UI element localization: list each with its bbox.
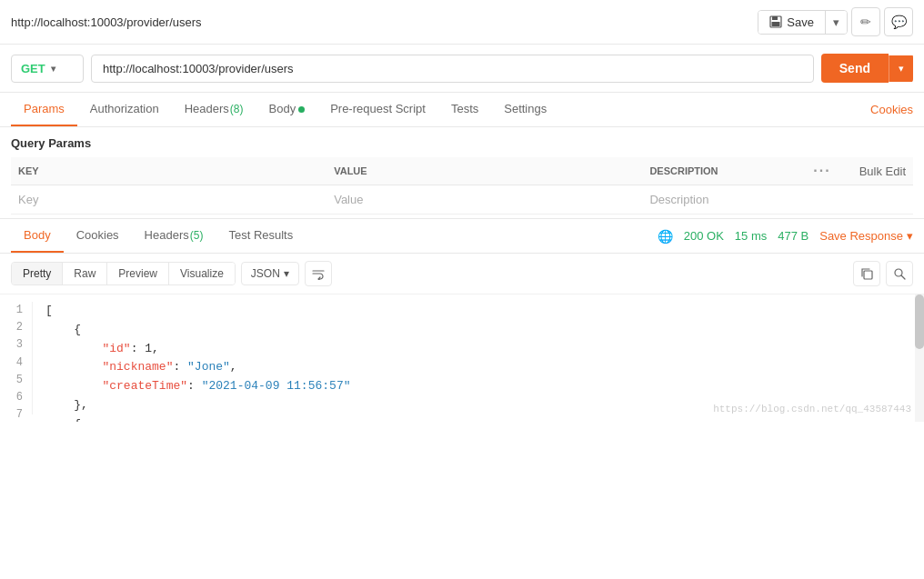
line-num-3: 3	[9, 336, 23, 354]
response-section: Body Cookies Headers(5) Test Results 🌐 2…	[0, 219, 924, 422]
table-row: Key Value Description	[11, 185, 913, 215]
line-num-7: 7	[9, 406, 23, 422]
globe-icon: 🌐	[658, 229, 673, 244]
line-num-2: 2	[9, 319, 23, 336]
tab-settings[interactable]: Settings	[491, 93, 559, 126]
save-icon	[769, 15, 782, 28]
code-line-3: "id": 1,	[45, 340, 911, 359]
status-time: 15 ms	[735, 229, 767, 243]
wrap-button[interactable]	[305, 261, 332, 286]
wrap-icon	[312, 267, 325, 280]
bulk-cell	[840, 185, 913, 215]
code-line-5: "createTime": "2021-04-09 11:56:57"	[45, 377, 911, 396]
line-num-6: 6	[9, 389, 23, 406]
code-line-2: {	[45, 321, 911, 340]
request-tabs-bar: Params Authorization Headers(8) Body Pre…	[0, 93, 924, 127]
send-button[interactable]: Send	[821, 54, 889, 83]
value-cell[interactable]: Value	[326, 185, 642, 215]
line-num-4: 4	[9, 354, 23, 372]
save-button-group: Save ▾	[758, 10, 848, 35]
tab-body[interactable]: Body	[256, 93, 318, 126]
response-tabs-bar: Body Cookies Headers(5) Test Results 🌐 2…	[0, 219, 924, 254]
format-btn-preview[interactable]: Preview	[107, 263, 169, 285]
response-tab-cookies[interactable]: Cookies	[64, 219, 132, 253]
save-response-chevron-icon: ▾	[907, 229, 913, 243]
search-icon	[893, 267, 906, 280]
svg-rect-2	[772, 22, 780, 26]
svg-rect-3	[864, 271, 872, 279]
response-status-bar: 🌐 200 OK 15 ms 477 B Save Response ▾	[658, 229, 913, 244]
status-ok: 200 OK	[684, 229, 724, 243]
scrollbar-thumb[interactable]	[915, 294, 924, 349]
watermark: https://blog.csdn.net/qq_43587443	[713, 402, 911, 418]
tab-prerequest[interactable]: Pre-request Script	[317, 93, 438, 126]
tab-tests[interactable]: Tests	[438, 93, 491, 126]
top-actions: Save ▾ ✏ 💬	[758, 7, 913, 36]
format-btn-pretty[interactable]: Pretty	[12, 263, 63, 285]
svg-line-5	[901, 275, 905, 279]
params-table: KEY VALUE DESCRIPTION ··· Bulk Edit Key …	[11, 157, 913, 215]
send-chevron-button[interactable]: ▾	[889, 55, 913, 82]
code-line-1: [	[45, 302, 911, 321]
line-numbers: 1 2 3 4 5 6 7	[0, 302, 33, 414]
col-desc-header: DESCRIPTION	[642, 157, 804, 185]
line-num-1: 1	[9, 302, 23, 319]
query-params-section: Query Params KEY VALUE DESCRIPTION ··· B…	[0, 127, 924, 218]
copy-button[interactable]	[853, 261, 880, 286]
json-type-select[interactable]: JSON ▾	[241, 262, 299, 285]
top-bar: http://localhost:10003/provider/users Sa…	[0, 0, 924, 45]
key-cell[interactable]: Key	[11, 185, 326, 215]
status-size: 477 B	[778, 229, 808, 243]
response-tab-body[interactable]: Body	[11, 219, 64, 253]
response-tab-test-results[interactable]: Test Results	[216, 219, 306, 253]
col-bulk-header: Bulk Edit	[840, 157, 913, 185]
top-url-display: http://localhost:10003/provider/users	[11, 15, 750, 29]
tab-authorization[interactable]: Authorization	[77, 93, 172, 126]
scrollbar-track[interactable]	[915, 294, 924, 422]
code-area: 1 2 3 4 5 6 7 [ { "id": 1, "nickname": "…	[0, 294, 924, 422]
tab-params[interactable]: Params	[11, 93, 77, 126]
more-icon: ···	[813, 163, 830, 178]
method-chevron-icon: ▾	[51, 64, 55, 74]
format-btn-visualize[interactable]: Visualize	[169, 263, 235, 285]
save-chevron-button[interactable]: ▾	[825, 11, 847, 34]
line-num-5: 5	[9, 372, 23, 389]
col-actions-header: ···	[804, 157, 840, 185]
method-select[interactable]: GET ▾	[11, 55, 84, 83]
response-tab-headers[interactable]: Headers(5)	[132, 219, 216, 253]
desc-cell[interactable]: Description	[642, 185, 804, 215]
body-dot	[298, 106, 305, 113]
query-params-title: Query Params	[11, 136, 913, 150]
svg-rect-1	[772, 16, 778, 20]
tab-headers[interactable]: Headers(8)	[172, 93, 256, 126]
save-response-button[interactable]: Save Response ▾	[819, 229, 913, 243]
format-bar: Pretty Raw Preview Visualize JSON ▾	[0, 254, 924, 294]
search-button[interactable]	[886, 261, 913, 286]
edit-icon-button[interactable]: ✏	[851, 7, 880, 36]
copy-icon	[860, 267, 873, 280]
actions-cell	[804, 185, 840, 215]
comment-icon-button[interactable]: 💬	[884, 7, 913, 36]
code-line-4: "nickname": "Jone",	[45, 358, 911, 377]
format-button-group: Pretty Raw Preview Visualize	[11, 262, 236, 285]
request-bar: GET ▾ Send ▾	[0, 45, 924, 93]
col-value-header: VALUE	[326, 157, 642, 185]
url-input[interactable]	[91, 55, 814, 83]
format-right-actions	[853, 261, 913, 286]
send-button-group: Send ▾	[821, 54, 913, 83]
cookies-link[interactable]: Cookies	[870, 103, 913, 116]
save-button[interactable]: Save	[758, 11, 825, 34]
code-content: [ { "id": 1, "nickname": "Jone", "create…	[33, 302, 924, 414]
col-key-header: KEY	[11, 157, 326, 185]
json-select-chevron-icon: ▾	[284, 267, 289, 280]
format-btn-raw[interactable]: Raw	[63, 263, 107, 285]
